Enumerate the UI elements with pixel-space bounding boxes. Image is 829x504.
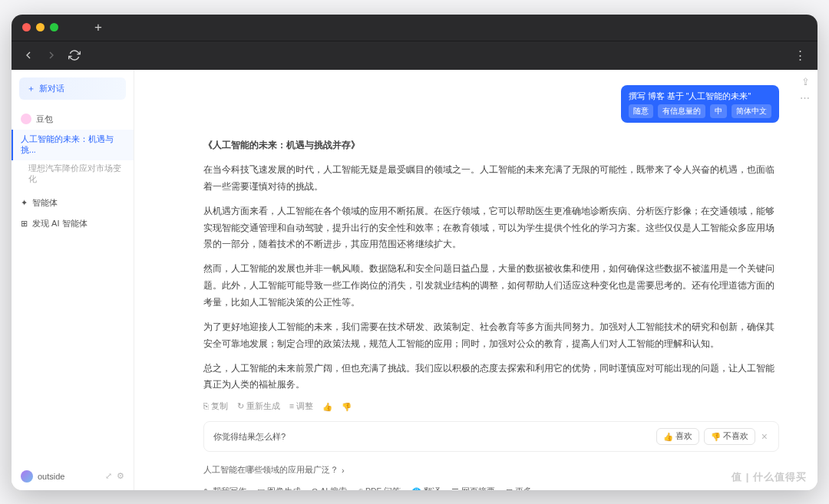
user-avatar-icon <box>21 470 33 483</box>
browser-toolbar: ⋮ <box>12 41 817 70</box>
tool-webpage[interactable]: ☰ 网页摘要 <box>451 486 495 489</box>
history-item[interactable]: 理想汽车降价应对市场变化 <box>12 160 134 188</box>
response-actions: ⎘ 复制 ↻ 重新生成 ≡ 调整 👍 👎 <box>203 401 779 412</box>
forward-button[interactable] <box>45 49 58 61</box>
close-feedback-icon[interactable]: × <box>760 430 769 443</box>
minimize-window-dot[interactable] <box>36 23 45 31</box>
username-label: outside <box>38 472 64 481</box>
tool-more[interactable]: ⊞ 更多 <box>506 486 532 489</box>
sidebar: ＋新对话 豆包 人工智能的未来：机遇与挑... 理想汽车降价应对市场变化 ✦智能… <box>12 70 134 490</box>
expand-icon[interactable]: ⤢ <box>105 471 112 481</box>
prompt-tag: 随意 <box>629 104 653 118</box>
history-item-active[interactable]: 人工智能的未来：机遇与挑... <box>12 130 134 160</box>
tune-button[interactable]: ≡ 调整 <box>289 401 313 412</box>
user-prompt-bubble: 撰写 博客 基于 "人工智能的未来" 随意 有信息量的 中 简体中文 <box>621 85 779 124</box>
assistant-item[interactable]: 豆包 <box>12 109 134 130</box>
tool-image[interactable]: ▣ 图像生成 <box>257 486 301 489</box>
dislike-button[interactable]: 👎 不喜欢 <box>704 428 755 445</box>
tool-write[interactable]: ✎ 帮我写作 <box>203 486 246 489</box>
more-icon[interactable]: ⋯ <box>800 92 810 104</box>
chevron-right-icon: › <box>342 466 345 475</box>
feedback-bar: 你觉得结果怎么样? 👍 喜欢 👎 不喜欢 × <box>203 421 779 452</box>
settings-icon[interactable]: ⚙ <box>117 471 124 481</box>
prompt-tag: 有信息量的 <box>658 104 705 118</box>
main-panel: ⇪ ⋯ 撰写 博客 基于 "人工智能的未来" 随意 有信息量的 中 简体中文 《… <box>134 70 817 490</box>
prompt-tag: 简体中文 <box>732 104 771 118</box>
back-button[interactable] <box>22 49 35 61</box>
thumbs-up-icon[interactable]: 👍 <box>322 402 332 412</box>
tool-translate[interactable]: 🌐 翻译 <box>411 486 441 489</box>
new-chat-button[interactable]: ＋新对话 <box>19 77 126 100</box>
share-icon[interactable]: ⇪ <box>801 76 810 87</box>
window-titlebar: + <box>12 15 817 41</box>
close-window-dot[interactable] <box>22 23 31 31</box>
copy-button[interactable]: ⎘ 复制 <box>203 401 228 412</box>
discover-agents-item[interactable]: ⊞发现 AI 智能体 <box>12 213 134 234</box>
regenerate-button[interactable]: ↻ 重新生成 <box>237 401 280 412</box>
tool-pdf[interactable]: ⎙ PDF 问答 <box>358 486 401 489</box>
suggested-followup[interactable]: 人工智能在哪些领域的应用最广泛？› <box>203 460 779 480</box>
new-tab-button[interactable]: + <box>94 20 102 35</box>
feedback-question: 你觉得结果怎么样? <box>213 431 286 443</box>
reload-button[interactable] <box>68 49 81 61</box>
watermark: 值 | 什么值得买 <box>732 470 807 484</box>
prompt-tag: 中 <box>710 104 727 118</box>
tool-search[interactable]: Q AI 搜索 <box>312 486 347 489</box>
like-button[interactable]: 👍 喜欢 <box>656 428 699 445</box>
assistant-avatar-icon <box>21 114 31 124</box>
tools-toolbar: ✎ 帮我写作 ▣ 图像生成 Q AI 搜索 ⎙ PDF 问答 🌐 翻译 ☰ 网页… <box>203 480 779 489</box>
article-title: 《人工智能的未来：机遇与挑战并存》 <box>203 137 779 154</box>
browser-menu-button[interactable]: ⋮ <box>794 48 807 62</box>
agents-item[interactable]: ✦智能体 <box>12 193 134 213</box>
sidebar-footer[interactable]: outside ⤢ ⚙ <box>12 463 134 490</box>
thumbs-down-icon[interactable]: 👎 <box>342 402 352 412</box>
maximize-window-dot[interactable] <box>50 23 58 31</box>
assistant-response: 《人工智能的未来：机遇与挑战并存》 在当今科技飞速发展的时代，人工智能无疑是最受… <box>203 137 779 394</box>
